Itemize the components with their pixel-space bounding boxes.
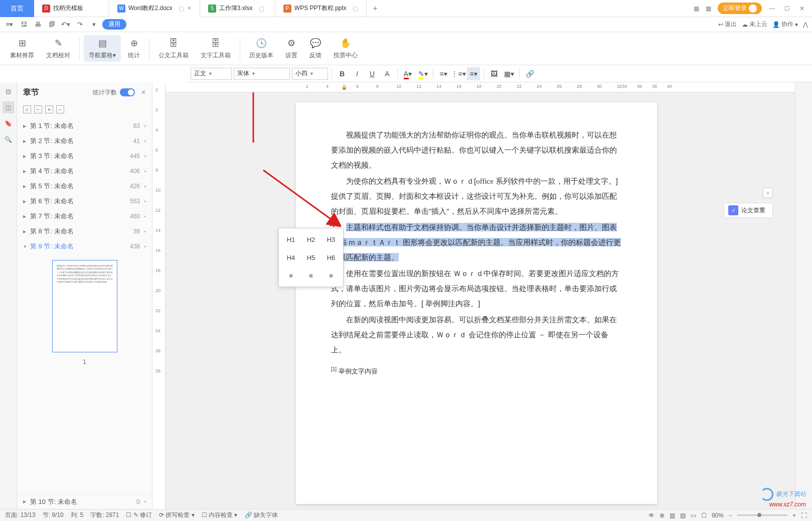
- heading-h3[interactable]: H3: [323, 232, 339, 246]
- font-select[interactable]: 宋体▼: [234, 68, 290, 80]
- nav-item[interactable]: ▶第 6 节: 未命名553▾: [17, 194, 152, 209]
- nav-item[interactable]: ▶第 3 节: 未命名445▾: [17, 149, 152, 164]
- collapse-all-icon[interactable]: −: [34, 105, 42, 113]
- heading-h6[interactable]: H6: [323, 250, 339, 265]
- status-missing-font[interactable]: 🔗 缺失字体: [245, 511, 278, 519]
- align-button[interactable]: ≡▾: [467, 67, 480, 80]
- nav-item[interactable]: ▶第 1 节: 未命名63▾: [17, 118, 152, 134]
- bullet-list-button[interactable]: ⋮≡▾: [452, 67, 465, 80]
- zoom-minus[interactable]: −: [729, 512, 732, 519]
- tab-ppt-doc[interactable]: P WPS PPT教程.pptx ▢: [275, 0, 367, 17]
- save-icon[interactable]: 🖫: [18, 19, 29, 30]
- collapse-icon[interactable]: «: [763, 188, 773, 198]
- ribbon-vote[interactable]: ✋投票中心: [329, 35, 363, 62]
- ribbon-nav-pane[interactable]: ▤导航窗格▾: [84, 35, 121, 62]
- expand-icon[interactable]: ⋀: [803, 21, 808, 28]
- link-button[interactable]: 🔗: [523, 67, 536, 80]
- minimize-button[interactable]: —: [767, 5, 777, 12]
- search-icon[interactable]: 🔍: [3, 134, 15, 146]
- section-icon[interactable]: ◫: [3, 101, 15, 113]
- ribbon-material[interactable]: ⊞素材推荐: [5, 35, 39, 62]
- nav-item[interactable]: ▶第 7 节: 未命名460▾: [17, 209, 152, 224]
- bookmark-icon[interactable]: 🔖: [3, 117, 15, 129]
- font-size-select[interactable]: 小四▼: [292, 68, 328, 80]
- view-mode-icon[interactable]: 👁: [648, 512, 655, 519]
- stat-toggle[interactable]: [120, 88, 135, 96]
- print-icon[interactable]: 🖶: [32, 19, 43, 30]
- ribbon-feedback[interactable]: 💬反馈: [304, 35, 327, 62]
- close-icon[interactable]: ✕: [141, 89, 146, 96]
- menu-icon[interactable]: ≡▾: [4, 19, 15, 30]
- page-thumbnail[interactable]: 视频提供了功能强大的方法帮助你证明你的观点当你单击联机视频时可以在想要添加的视频…: [52, 260, 117, 352]
- view-outline-icon[interactable]: ▤: [680, 512, 686, 519]
- style-select[interactable]: 正文▼: [191, 68, 232, 80]
- close-window-button[interactable]: ✕: [797, 5, 807, 12]
- ribbon-proofread[interactable]: ✎文档校对: [41, 35, 75, 62]
- status-chars[interactable]: 字数: 2871: [90, 511, 119, 519]
- nav-item[interactable]: ▶第 10 节: 未命名0▾: [17, 494, 152, 509]
- cloud-status[interactable]: ☁ 未上云: [742, 20, 767, 29]
- ribbon-stats[interactable]: ⊕统计: [123, 35, 145, 62]
- ribbon-settings[interactable]: ⚙设置: [280, 35, 302, 62]
- status-edit[interactable]: ☐ ✎ 修订: [126, 511, 152, 519]
- align-left-icon[interactable]: ≡: [283, 269, 299, 283]
- heading-h1[interactable]: H1: [283, 232, 299, 246]
- maximize-button[interactable]: ☐: [782, 5, 792, 12]
- zoom-plus[interactable]: +: [792, 512, 796, 519]
- heading-h2[interactable]: H2: [303, 232, 319, 246]
- heading-h4[interactable]: H4: [283, 250, 299, 265]
- outline-icon[interactable]: ▤: [3, 85, 15, 97]
- zoom-out-icon[interactable]: ☐: [701, 512, 707, 519]
- nav-item[interactable]: ▶第 8 节: 未命名39▾: [17, 224, 152, 239]
- status-content-check[interactable]: ☐ 内容检查 ▾: [202, 511, 238, 519]
- status-spellcheck[interactable]: ⟳ 拼写检查 ▾: [159, 511, 195, 519]
- tab-word-doc[interactable]: W Word教程2.docx ▢ ✕: [109, 0, 200, 17]
- tab-excel-doc[interactable]: S 工作簿3.xlsx ▢: [200, 0, 275, 17]
- status-column[interactable]: 列: 5: [71, 511, 83, 519]
- add-section-icon[interactable]: +: [45, 105, 53, 113]
- status-page[interactable]: 页面: 13/13: [5, 511, 36, 519]
- zoom-slider[interactable]: [737, 514, 787, 516]
- bold-button[interactable]: B: [336, 67, 349, 80]
- remove-section-icon[interactable]: −: [56, 105, 64, 113]
- view-web-icon[interactable]: ⊕: [660, 512, 665, 519]
- collaborate-button[interactable]: 👤 协作 ▾: [772, 20, 798, 29]
- highlight-button[interactable]: ✎▾: [416, 67, 429, 80]
- number-list-button[interactable]: ≡▾: [437, 67, 450, 80]
- redo-icon[interactable]: ↷: [74, 19, 85, 30]
- horizontal-ruler[interactable]: 2 4 🔒 6 8 10 12 14 16 18 20 22 24 26 28 …: [166, 82, 795, 92]
- paragraph[interactable]: 视频提供了功能强大的方法帮助你证明你的观点。当你单击联机视频时，可以在想要添加的…: [331, 127, 622, 173]
- nav-item[interactable]: ▶第 4 节: 未命名406▾: [17, 164, 152, 179]
- font-color-button[interactable]: A▾: [401, 67, 414, 80]
- paper-check-button[interactable]: ✓ 论文查重: [724, 203, 773, 218]
- add-tab-button[interactable]: +: [367, 4, 384, 13]
- status-section[interactable]: 节: 9/10: [43, 511, 64, 519]
- table-button[interactable]: ▦▾: [503, 67, 516, 80]
- font-grow-button[interactable]: A: [381, 67, 394, 80]
- paragraph-highlighted[interactable]: 主题和样式也有助于文档保持协调。当你单击设计并选择新的主题时，图片、图表或 Ｓｍ…: [331, 220, 622, 265]
- image-button[interactable]: 🖼: [488, 67, 501, 80]
- preview-icon[interactable]: 🗐: [46, 19, 57, 30]
- fullscreen-icon[interactable]: ⛶: [801, 512, 807, 519]
- view-page-icon[interactable]: ▥: [670, 512, 675, 519]
- nav-item[interactable]: ▶第 5 节: 未命名426▾: [17, 179, 152, 194]
- login-button[interactable]: 立即登录: [718, 3, 762, 14]
- grid-icon[interactable]: [694, 5, 701, 12]
- apps-icon[interactable]: [706, 5, 713, 12]
- mode-pill[interactable]: 通用: [102, 19, 126, 30]
- document-canvas[interactable]: 视频提供了功能强大的方法帮助你证明你的观点。当你单击联机视频时，可以在想要添加的…: [166, 92, 795, 509]
- ribbon-texttools[interactable]: 🗄文字工具箱: [196, 35, 236, 62]
- italic-button[interactable]: I: [351, 67, 364, 80]
- heading-h5[interactable]: H5: [303, 250, 319, 265]
- undo-icon[interactable]: ↶▾: [60, 19, 71, 30]
- paragraph[interactable]: 使用在需要位置出现的新按钮在 Ｗｏｒｄ中保存时间。若要更改图片适应文档的方式，请…: [331, 266, 622, 311]
- ribbon-history[interactable]: 🕓历史版本: [244, 35, 278, 62]
- expand-all-icon[interactable]: ✓: [23, 105, 31, 113]
- footnote[interactable]: [1] 举例文字内容: [331, 366, 622, 376]
- underline-button[interactable]: U: [366, 67, 379, 80]
- paragraph[interactable]: 为使你的文档具有专业外观，Ｗｏｒｄ[office 系列软件中的一款，用于处理文字…: [331, 174, 622, 219]
- dropdown-icon[interactable]: ▾: [88, 19, 99, 30]
- paragraph[interactable]: 在新的阅读视图中阅读更加容易。可以折叠文档某些部分并关注所需文本。如果在达到结尾…: [331, 312, 622, 357]
- ribbon-doctools[interactable]: 🗄公文工具箱: [153, 35, 194, 62]
- vertical-ruler[interactable]: 2 2 4 6 8 10 12 14 16 18 20 22 24 26 28: [152, 82, 166, 509]
